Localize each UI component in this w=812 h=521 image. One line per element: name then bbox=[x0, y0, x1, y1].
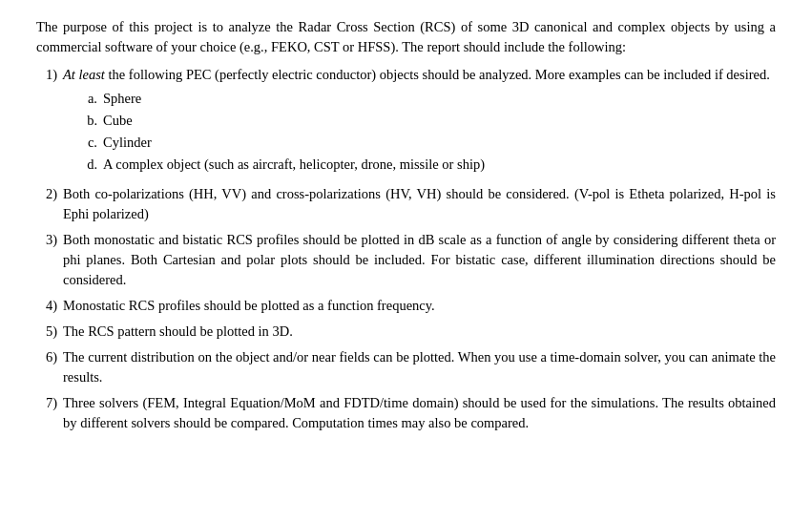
list-item: 7) Three solvers (FEM, Integral Equation… bbox=[36, 393, 776, 433]
sub-letter: c. bbox=[82, 133, 103, 153]
sub-letter: b. bbox=[82, 111, 103, 131]
sub-list-item: c. Cylinder bbox=[82, 133, 776, 153]
list-content: The RCS pattern should be plotted in 3D. bbox=[63, 322, 776, 342]
list-item: 5) The RCS pattern should be plotted in … bbox=[36, 322, 776, 342]
sub-content: Cube bbox=[103, 111, 776, 131]
sub-content: A complex object (such as aircraft, heli… bbox=[103, 155, 776, 175]
list-number: 5) bbox=[36, 322, 63, 342]
list-item: 2) Both co-polarizations (HH, VV) and cr… bbox=[36, 184, 776, 224]
list-item: 6) The current distribution on the objec… bbox=[36, 347, 776, 387]
content-area: The purpose of this project is to analyz… bbox=[36, 17, 776, 433]
list-number: 4) bbox=[36, 296, 63, 316]
list-item: 4) Monostatic RCS profiles should be plo… bbox=[36, 296, 776, 316]
list-content: The current distribution on the object a… bbox=[63, 347, 776, 387]
list-content: At least the following PEC (perfectly el… bbox=[63, 65, 776, 178]
list-content: Both co-polarizations (HH, VV) and cross… bbox=[63, 184, 776, 224]
list-number: 1) bbox=[36, 65, 63, 85]
sub-letter: a. bbox=[82, 89, 103, 109]
list-item: 1) At least the following PEC (perfectly… bbox=[36, 65, 776, 178]
list-number: 3) bbox=[36, 230, 63, 250]
sub-list-item: b. Cube bbox=[82, 111, 776, 131]
sub-content: Sphere bbox=[103, 89, 776, 109]
list-item: 3) Both monostatic and bistatic RCS prof… bbox=[36, 230, 776, 290]
sub-list: a. Sphere b. Cube c. Cylinder d. A compl… bbox=[82, 89, 776, 175]
list-content: Both monostatic and bistatic RCS profile… bbox=[63, 230, 776, 290]
italic-text: At least the following PEC (perfectly el… bbox=[63, 67, 770, 82]
sub-list-item: a. Sphere bbox=[82, 89, 776, 109]
sub-content: Cylinder bbox=[103, 133, 776, 153]
list-content: Monostatic RCS profiles should be plotte… bbox=[63, 296, 776, 316]
sub-letter: d. bbox=[82, 155, 103, 175]
list-number: 2) bbox=[36, 184, 63, 204]
intro-paragraph: The purpose of this project is to analyz… bbox=[36, 17, 776, 57]
list-number: 7) bbox=[36, 393, 63, 413]
sub-list-item: d. A complex object (such as aircraft, h… bbox=[82, 155, 776, 175]
main-list: 1) At least the following PEC (perfectly… bbox=[36, 65, 776, 433]
list-content: Three solvers (FEM, Integral Equation/Mo… bbox=[63, 393, 776, 433]
list-number: 6) bbox=[36, 347, 63, 367]
